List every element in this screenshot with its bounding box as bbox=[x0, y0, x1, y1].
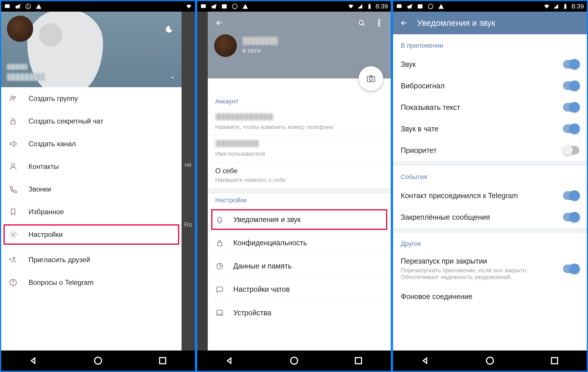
lock-icon bbox=[8, 116, 18, 126]
drawer-menu: Создать группу Создать секретный чат Соз… bbox=[1, 87, 182, 350]
settings-row-phone[interactable]: Нажмите, чтобы изменить номер телефона bbox=[208, 109, 391, 136]
toggle-switch[interactable] bbox=[563, 103, 579, 112]
settings-item-privacy[interactable]: Конфиденциальность bbox=[208, 231, 391, 255]
drawer-item-label: Создать секретный чат bbox=[29, 117, 104, 125]
settings-row[interactable]: Звук bbox=[393, 53, 587, 75]
status-bar: 8:39 bbox=[197, 1, 391, 12]
drawer-item-label: Пригласить друзей bbox=[29, 256, 90, 264]
settings-row[interactable]: Контакт присоединился к Telegram bbox=[393, 185, 587, 206]
toggle-switch[interactable] bbox=[563, 124, 579, 133]
settings-row[interactable]: Перезапуск при закрытииПерезапускать при… bbox=[393, 252, 587, 286]
drawer-item-secret-chat[interactable]: Создать секретный чат bbox=[1, 110, 182, 133]
svg-rect-12 bbox=[201, 4, 206, 8]
drawer-item-invite[interactable]: Пригласить друзей bbox=[1, 248, 182, 271]
screen-settings: 8:39 в сети bbox=[196, 0, 392, 372]
change-photo-fab[interactable] bbox=[359, 66, 383, 91]
chevron-down-icon[interactable] bbox=[169, 74, 176, 82]
toggle-switch[interactable] bbox=[563, 191, 579, 200]
svg-point-6 bbox=[12, 233, 14, 236]
invite-icon bbox=[8, 255, 18, 265]
svg-rect-16 bbox=[368, 5, 370, 9]
back-button[interactable] bbox=[212, 15, 227, 31]
back-button[interactable] bbox=[397, 16, 411, 30]
pie-icon bbox=[215, 261, 225, 271]
drawer-item-new-channel[interactable]: Создать канал bbox=[1, 133, 182, 155]
nav-home[interactable] bbox=[93, 355, 103, 366]
svg-rect-27 bbox=[217, 310, 223, 314]
settings-item-label: Настройки чатов bbox=[233, 285, 290, 294]
avatar[interactable] bbox=[214, 34, 237, 57]
row-label: Перезапуск при закрытии bbox=[401, 257, 563, 265]
svg-rect-30 bbox=[397, 4, 402, 8]
navigation-drawer: Создать группу Создать секретный чат Соз… bbox=[1, 12, 182, 350]
svg-rect-29 bbox=[356, 358, 362, 364]
settings-row[interactable]: Звук в чате bbox=[393, 118, 587, 140]
svg-point-18 bbox=[359, 20, 364, 25]
settings-item-notifications[interactable]: Уведомления и звук bbox=[208, 208, 391, 231]
nav-recent[interactable] bbox=[353, 355, 364, 366]
group-icon bbox=[8, 94, 18, 103]
nav-recent[interactable] bbox=[157, 355, 168, 366]
drawer-item-settings[interactable]: Настройки bbox=[1, 223, 182, 246]
nav-home[interactable] bbox=[289, 355, 299, 366]
settings-item-chats[interactable]: Настройки чатов bbox=[208, 278, 391, 301]
toggle-switch[interactable] bbox=[563, 60, 579, 69]
nav-back[interactable] bbox=[28, 355, 39, 366]
settings-row[interactable]: Фоновое соединение bbox=[393, 286, 587, 307]
svg-rect-31 bbox=[418, 4, 423, 9]
drawer-item-contacts[interactable]: Контакты bbox=[1, 155, 182, 178]
drawer-item-calls[interactable]: Звонки bbox=[1, 178, 182, 201]
avatar[interactable] bbox=[7, 16, 33, 42]
settings-row[interactable]: Закреплённые сообщения bbox=[393, 206, 587, 228]
drawer-item-faq[interactable]: Вопросы о Telegram bbox=[1, 271, 182, 294]
drawer-header[interactable] bbox=[1, 12, 182, 87]
nav-home[interactable] bbox=[485, 355, 495, 366]
svg-point-19 bbox=[379, 20, 380, 21]
search-button[interactable] bbox=[354, 15, 369, 31]
message-icon bbox=[396, 3, 402, 10]
android-navbar bbox=[393, 350, 587, 371]
row-label: Контакт присоединился к Telegram bbox=[401, 192, 563, 200]
whatsapp-icon bbox=[427, 3, 434, 10]
profile-name-blurred bbox=[243, 37, 278, 45]
status-time: 8:39 bbox=[571, 3, 584, 10]
more-button[interactable] bbox=[372, 15, 387, 31]
toggle-switch[interactable] bbox=[563, 213, 579, 221]
toggle-switch[interactable] bbox=[563, 264, 579, 273]
nav-back[interactable] bbox=[420, 355, 431, 366]
svg-rect-13 bbox=[222, 4, 227, 9]
settings-row-bio[interactable]: О себе Напишите немного о себе bbox=[208, 163, 391, 189]
nav-recent[interactable] bbox=[549, 355, 560, 366]
row-title: О себе bbox=[215, 167, 383, 175]
nav-back[interactable] bbox=[224, 355, 235, 366]
settings-row[interactable]: Вибросигнал bbox=[393, 75, 587, 96]
section-title: События bbox=[393, 166, 587, 185]
settings-row-username[interactable]: Имя пользователя bbox=[208, 136, 391, 163]
phone-number-blurred bbox=[215, 113, 273, 120]
drawer-item-saved[interactable]: Избранное bbox=[1, 201, 182, 223]
row-subtitle: Перезапускать приложение, если оно закры… bbox=[401, 267, 546, 280]
bg-text: Ro bbox=[184, 221, 192, 228]
toggle-switch[interactable] bbox=[563, 146, 579, 155]
section-title: В приложении bbox=[393, 34, 587, 53]
page-title: Уведомления и звук bbox=[417, 18, 495, 28]
status-bar bbox=[1, 1, 195, 12]
drawer-item-label: Избранное bbox=[29, 208, 64, 216]
toggle-switch[interactable] bbox=[563, 81, 579, 90]
section-gap bbox=[393, 228, 587, 233]
section-title-account: Аккаунт bbox=[208, 95, 391, 109]
svg-rect-17 bbox=[369, 4, 370, 5]
svg-point-9 bbox=[13, 284, 13, 285]
night-mode-toggle[interactable] bbox=[165, 25, 173, 35]
drawer-item-new-group[interactable]: Создать группу bbox=[1, 87, 182, 110]
settings-item-devices[interactable]: Устройства bbox=[208, 301, 391, 324]
svg-rect-11 bbox=[159, 358, 166, 364]
settings-row[interactable]: Приоритет bbox=[393, 140, 587, 161]
wifi-icon bbox=[348, 3, 354, 10]
svg-point-20 bbox=[379, 22, 380, 24]
settings-item-data[interactable]: Данные и память bbox=[208, 255, 391, 278]
megaphone-icon bbox=[8, 139, 18, 149]
settings-row[interactable]: Показывать текст bbox=[393, 96, 587, 118]
telegram-icon bbox=[15, 3, 21, 10]
svg-point-23 bbox=[370, 77, 373, 81]
